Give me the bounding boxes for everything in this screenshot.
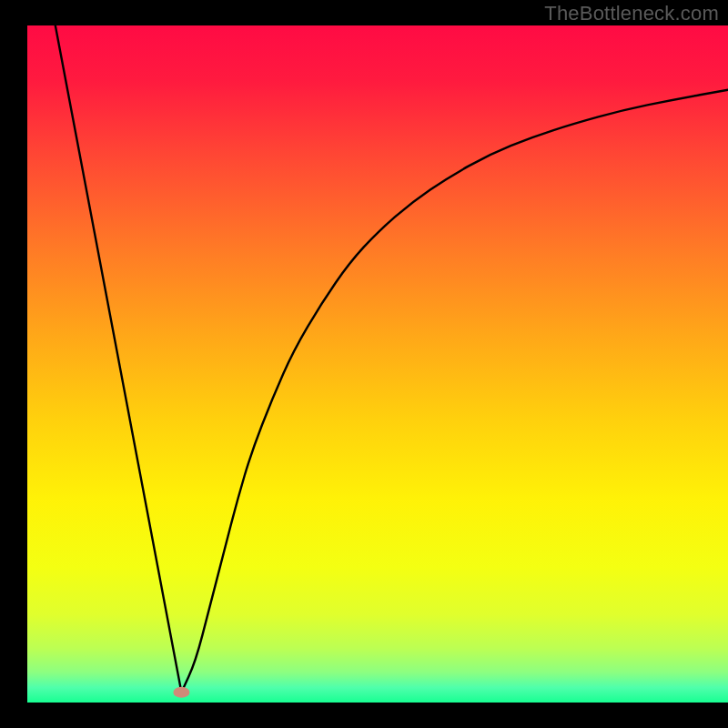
chart-frame: TheBottleneck.com — [0, 0, 728, 728]
plot-background — [27, 25, 728, 703]
chart-svg — [0, 0, 728, 728]
watermark-text: TheBottleneck.com — [544, 2, 719, 25]
minimum-marker — [173, 687, 189, 698]
